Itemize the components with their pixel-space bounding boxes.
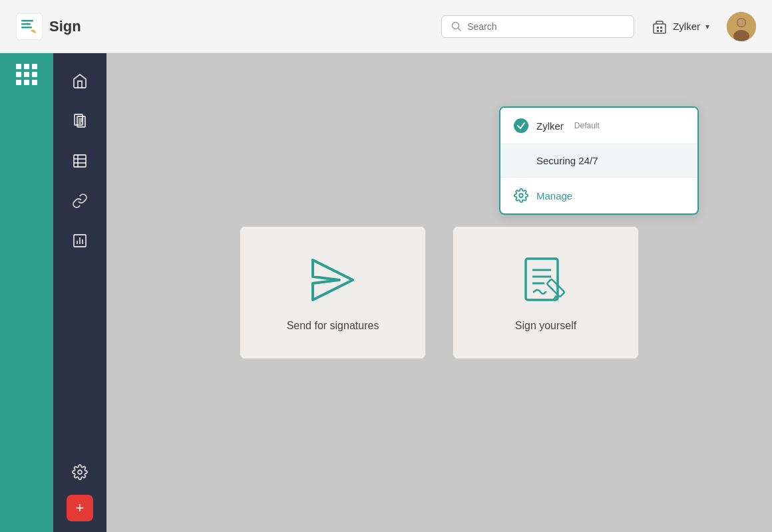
org-selector[interactable]: Zylker ▾ (645, 15, 716, 39)
dropdown-item-zylker[interactable]: Zylker Default (500, 108, 697, 144)
svg-rect-6 (654, 24, 666, 33)
app-title: Sign (49, 18, 81, 35)
checkmark-icon (516, 121, 526, 130)
manage-gear-icon (514, 188, 528, 203)
org-dropdown-menu: Zylker Default Securing 24/7 Manage (499, 106, 699, 215)
sidebar-item-home[interactable] (61, 64, 98, 98)
send-signatures-label: Send for signatures (287, 320, 379, 332)
search-bar[interactable] (441, 15, 634, 38)
search-input[interactable] (467, 21, 624, 32)
send-signatures-card[interactable]: Send for signatures (240, 226, 426, 359)
avatar[interactable] (727, 12, 756, 41)
svg-rect-1 (21, 20, 33, 22)
svg-rect-2 (21, 23, 31, 25)
svg-point-28 (78, 470, 82, 474)
sidebar-item-documents[interactable] (61, 104, 98, 138)
settings-icon (72, 464, 88, 480)
templates-icon (72, 153, 88, 169)
check-circle-icon (514, 118, 528, 133)
search-icon (451, 21, 462, 32)
home-icon (72, 73, 88, 89)
svg-marker-29 (313, 260, 353, 300)
svg-rect-20 (74, 155, 86, 167)
building-icon (652, 19, 668, 35)
svg-rect-34 (547, 279, 565, 297)
sidebar: + (53, 53, 106, 532)
add-button[interactable]: + (67, 495, 93, 521)
sign-yourself-icon (519, 253, 572, 307)
manage-label: Manage (536, 190, 572, 201)
org-item-zylker-label: Zylker (536, 120, 564, 132)
main-layout: + Send for signatures (0, 53, 772, 532)
org-name: Zylker (673, 21, 700, 32)
avatar-image (727, 12, 756, 41)
org-item-zylker-badge: Default (574, 121, 600, 130)
sign-yourself-label: Sign yourself (515, 320, 577, 332)
header: Sign Zylker ▾ (0, 0, 772, 53)
sidebar-item-links[interactable] (61, 184, 98, 218)
sidebar-item-settings[interactable] (61, 455, 98, 489)
app-logo: Sign (16, 13, 81, 40)
svg-rect-16 (77, 116, 85, 127)
svg-rect-3 (21, 27, 32, 29)
org-item-securing-label: Securing 24/7 (536, 155, 598, 166)
svg-rect-7 (657, 27, 659, 29)
send-icon (306, 253, 359, 307)
apps-grid-icon[interactable] (16, 64, 37, 85)
dropdown-item-manage[interactable]: Manage (500, 178, 697, 213)
sign-yourself-card[interactable]: Sign yourself (453, 226, 639, 359)
reports-icon (72, 233, 88, 249)
main-content: Send for signatures Sign yourself (106, 53, 772, 532)
sidebar-item-reports[interactable] (61, 223, 98, 258)
dropdown-item-securing[interactable]: Securing 24/7 (500, 144, 697, 177)
app-logo-icon (16, 13, 43, 40)
svg-point-14 (737, 19, 745, 27)
action-cards: Send for signatures Sign yourself (240, 226, 639, 359)
chevron-down-icon: ▾ (705, 22, 709, 31)
svg-rect-8 (660, 27, 662, 29)
sidebar-bottom: + (61, 455, 98, 532)
app-rail (0, 53, 53, 532)
documents-icon (72, 113, 88, 129)
svg-line-5 (459, 28, 461, 31)
sidebar-item-templates[interactable] (61, 144, 98, 178)
svg-rect-9 (657, 30, 659, 32)
links-icon (72, 193, 88, 209)
svg-rect-10 (660, 30, 662, 32)
